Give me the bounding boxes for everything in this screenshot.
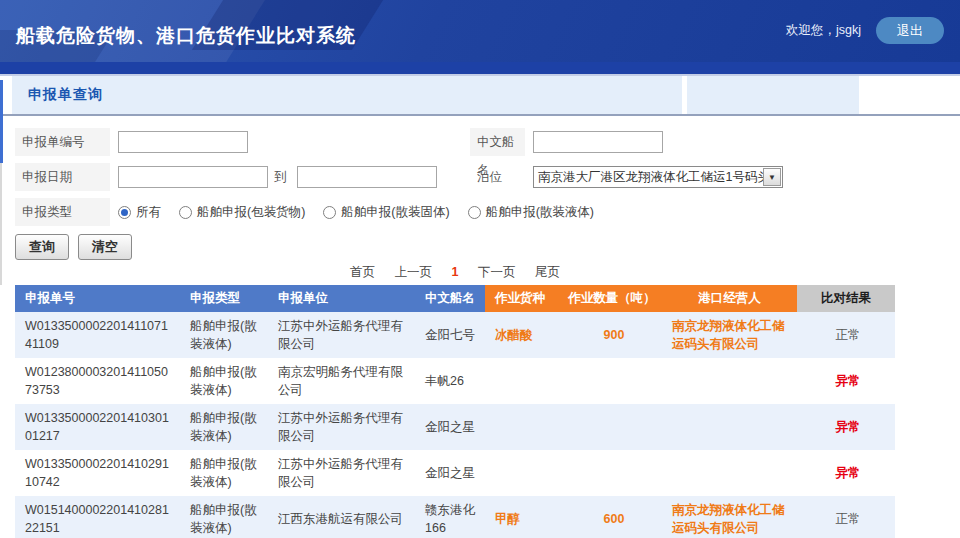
- pagination-first[interactable]: 首页: [350, 265, 375, 279]
- pagination-last[interactable]: 尾页: [535, 265, 560, 279]
- table-row: W012380000320141105073753船舶申报(散装液体)南京宏明船…: [15, 358, 895, 404]
- page-title: 申报单查询: [12, 86, 103, 104]
- declaration-type-label: 申报类型: [15, 198, 110, 226]
- cell-qty: 600: [562, 496, 662, 538]
- form-buttons: 查询 清空: [15, 234, 960, 260]
- query-form: 申报单编号 中文船名 申报日期 到 泊位 南京港大厂港区龙翔液体化工储运1号码头…: [0, 116, 960, 226]
- radio-label: 船舶申报(散装固体): [341, 204, 449, 221]
- cell-qty: [562, 450, 662, 496]
- declaration-no-input[interactable]: [118, 131, 248, 153]
- cell-operator: 南京龙翔液体化工储运码头有限公司: [662, 496, 797, 538]
- radio-icon[interactable]: [179, 206, 192, 219]
- column-header-7: 比对结果: [797, 285, 895, 312]
- cell-cargo: 甲醇: [485, 496, 562, 538]
- tab-side-panel: [687, 76, 859, 114]
- cell-id: W013350000220141029110742: [15, 450, 180, 496]
- welcome-text: 欢迎您，jsgkj: [786, 22, 861, 39]
- pagination: 首页 上一页 1 下一页 尾页: [15, 264, 895, 283]
- column-header-6: 港口经营人: [662, 285, 797, 312]
- cell-qty: 900: [562, 312, 662, 358]
- pagination-next[interactable]: 下一页: [478, 265, 516, 279]
- logout-button[interactable]: 退出: [876, 17, 944, 44]
- cell-result: 正常: [797, 312, 895, 358]
- radio-icon[interactable]: [323, 206, 336, 219]
- declare-type-option-3[interactable]: 船舶申报(散装液体): [468, 204, 594, 221]
- results-table: 申报单号申报类型申报单位中文船名作业货种作业数量（吨）港口经营人比对结果 W01…: [15, 285, 895, 538]
- column-header-5: 作业数量（吨）: [562, 285, 662, 312]
- table-row: W015140000220141028122151船舶申报(散装液体)江西东港航…: [15, 496, 895, 538]
- column-header-1: 申报类型: [180, 285, 268, 312]
- form-row-date: 申报日期 到 泊位 南京港大厂港区龙翔液体化工储运1号码头 ▼: [15, 163, 960, 191]
- cell-agent: 南京宏明船务代理有限公司: [268, 358, 415, 404]
- declare-type-option-1[interactable]: 船舶申报(包装货物): [179, 204, 305, 221]
- tab-declaration-query[interactable]: 申报单查询: [12, 76, 682, 114]
- cell-type: 船舶申报(散装液体): [180, 496, 268, 538]
- table-row: W013350000220141107141109船舶申报(散装液体)江苏中外运…: [15, 312, 895, 358]
- cell-ship: 赣东港化166: [415, 496, 485, 538]
- pagination-current-page: 1: [452, 265, 459, 279]
- cell-qty: [562, 404, 662, 450]
- cell-ship: 金阳七号: [415, 312, 485, 358]
- chevron-down-icon[interactable]: ▼: [763, 168, 781, 186]
- cell-result: 异常: [797, 450, 895, 496]
- table-row: W013350000220141030101217船舶申报(散装液体)江苏中外运…: [15, 404, 895, 450]
- radio-label: 船舶申报(散装液体): [486, 204, 594, 221]
- radio-icon[interactable]: [468, 206, 481, 219]
- cell-result: 异常: [797, 358, 895, 404]
- cell-operator: [662, 358, 797, 404]
- declaration-date-label: 申报日期: [15, 163, 110, 191]
- declaration-no-label: 申报单编号: [15, 128, 110, 156]
- ship-name-input[interactable]: [533, 131, 663, 153]
- declare-type-option-2[interactable]: 船舶申报(散装固体): [323, 204, 449, 221]
- cell-ship: 金阳之星: [415, 404, 485, 450]
- table-row: W013350000220141029110742船舶申报(散装液体)江苏中外运…: [15, 450, 895, 496]
- ship-name-label: 中文船名: [470, 128, 525, 156]
- cell-agent: 江苏中外运船务代理有限公司: [268, 450, 415, 496]
- cell-type: 船舶申报(散装液体): [180, 404, 268, 450]
- declare-type-option-0[interactable]: 所有: [118, 204, 161, 221]
- cell-type: 船舶申报(散装液体): [180, 312, 268, 358]
- column-header-3: 中文船名: [415, 285, 485, 312]
- header-user-area: 欢迎您，jsgkj 退出: [786, 17, 944, 44]
- table-header-row: 申报单号申报类型申报单位中文船名作业货种作业数量（吨）港口经营人比对结果: [15, 285, 895, 312]
- cell-cargo: [485, 358, 562, 404]
- form-row-type: 申报类型 所有船舶申报(包装货物)船舶申报(散装固体)船舶申报(散装液体): [15, 198, 960, 226]
- berth-label: 泊位: [470, 163, 525, 191]
- cell-operator: [662, 450, 797, 496]
- app-header: 船载危险货物、港口危货作业比对系统 欢迎您，jsgkj 退出: [0, 0, 960, 62]
- section-tabs-row: 申报单查询: [0, 76, 960, 116]
- cell-agent: 江苏中外运船务代理有限公司: [268, 312, 415, 358]
- date-to-input[interactable]: [297, 166, 437, 188]
- cell-result: 异常: [797, 404, 895, 450]
- date-to-label: 到: [274, 169, 287, 186]
- cell-cargo: [485, 450, 562, 496]
- cell-qty: [562, 358, 662, 404]
- date-from-input[interactable]: [118, 166, 268, 188]
- cell-id: W015140000220141028122151: [15, 496, 180, 538]
- cell-agent: 江苏中外运船务代理有限公司: [268, 404, 415, 450]
- cell-operator: 南京龙翔液体化工储运码头有限公司: [662, 312, 797, 358]
- berth-select[interactable]: 南京港大厂港区龙翔液体化工储运1号码头 ▼: [533, 166, 783, 188]
- cell-ship: 金阳之星: [415, 450, 485, 496]
- pagination-prev[interactable]: 上一页: [395, 265, 433, 279]
- cell-agent: 江西东港航运有限公司: [268, 496, 415, 538]
- cell-cargo: 冰醋酸: [485, 312, 562, 358]
- cell-id: W012380000320141105073753: [15, 358, 180, 404]
- form-row-declaration-no: 申报单编号 中文船名: [15, 128, 960, 156]
- table-body: W013350000220141107141109船舶申报(散装液体)江苏中外运…: [15, 312, 895, 538]
- radio-label: 所有: [136, 204, 161, 221]
- radio-icon[interactable]: [118, 206, 131, 219]
- column-header-2: 申报单位: [268, 285, 415, 312]
- top-blue-bar: [0, 62, 960, 76]
- clear-button[interactable]: 清空: [78, 234, 132, 260]
- cell-result: 正常: [797, 496, 895, 538]
- column-header-0: 申报单号: [15, 285, 180, 312]
- cell-ship: 丰帆26: [415, 358, 485, 404]
- app-title: 船载危险货物、港口危货作业比对系统: [16, 23, 356, 49]
- cell-operator: [662, 404, 797, 450]
- declaration-type-radio-group: 所有船舶申报(包装货物)船舶申报(散装固体)船舶申报(散装液体): [118, 204, 594, 221]
- search-button[interactable]: 查询: [15, 234, 69, 260]
- cell-type: 船舶申报(散装液体): [180, 450, 268, 496]
- radio-label: 船舶申报(包装货物): [197, 204, 305, 221]
- cell-type: 船舶申报(散装液体): [180, 358, 268, 404]
